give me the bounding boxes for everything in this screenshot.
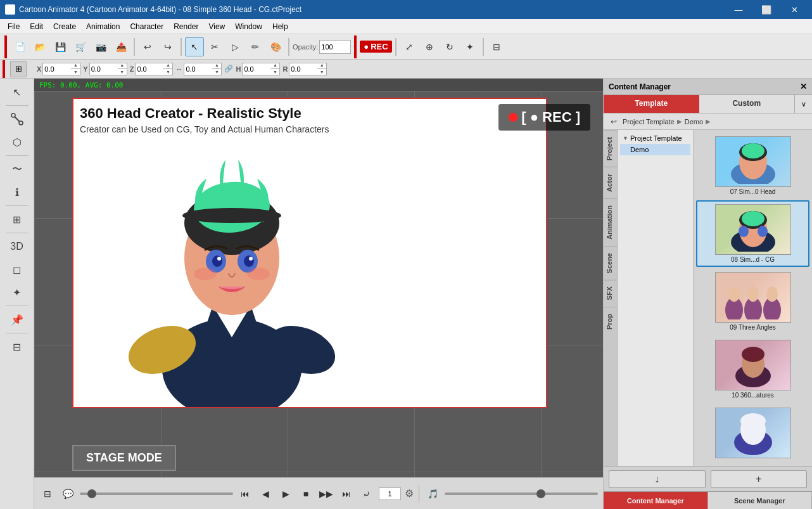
z-increment[interactable]: ▲ — [163, 62, 172, 69]
canvas-viewport[interactable]: 360 Head Creator - Realistic Style Creat… — [34, 91, 603, 477]
audio-icon[interactable]: 🎵 — [424, 486, 441, 502]
tab-custom[interactable]: Custom — [699, 95, 795, 113]
camera-button[interactable]: 📷 — [91, 37, 110, 56]
menu-window[interactable]: Window — [230, 21, 267, 32]
export-button[interactable]: 🛒 — [71, 37, 90, 56]
sidebar-pin-tool[interactable]: 📌 — [6, 309, 29, 330]
sidebar-3d-tool[interactable]: 3D — [6, 236, 29, 257]
undo-button[interactable]: ↩ — [138, 37, 157, 56]
timeline-gear-icon[interactable]: ⚙ — [405, 487, 414, 499]
stop-button[interactable]: ■ — [298, 486, 314, 502]
y-input[interactable] — [90, 65, 118, 73]
sidebar-deform-tool[interactable]: ✦ — [6, 281, 29, 303]
sidebar-grid-tool[interactable]: ⊞ — [6, 209, 29, 230]
sidebar-filter-tool[interactable]: ⊟ — [6, 336, 29, 358]
play-to-end-button[interactable]: ⏭ — [338, 486, 355, 502]
breadcrumb-root[interactable]: Project Template — [623, 118, 675, 126]
vtab-project[interactable]: Project — [604, 130, 617, 167]
add-button[interactable]: + — [711, 470, 808, 488]
transform-button[interactable]: ⊕ — [420, 37, 439, 56]
loop-button[interactable]: ⤾ — [358, 486, 375, 502]
play-button[interactable]: ▶ — [277, 486, 294, 502]
redo-button[interactable]: ↪ — [158, 37, 177, 56]
x-decrement[interactable]: ▼ — [71, 69, 80, 75]
pen-button[interactable]: ✏ — [246, 37, 265, 56]
sidebar-select-tool[interactable]: ↖ — [6, 81, 29, 103]
sidebar-info-tool[interactable]: ℹ — [6, 181, 29, 203]
timeline-settings-icon[interactable]: ⊟ — [39, 486, 56, 502]
w-decrement[interactable]: ▼ — [212, 69, 221, 75]
z-decrement[interactable]: ▼ — [163, 69, 172, 75]
menu-create[interactable]: Create — [48, 21, 81, 32]
h-input[interactable] — [243, 65, 270, 73]
panel-collapse-button[interactable]: ∨ — [794, 95, 812, 113]
grid-toggle-button[interactable]: ⊞ — [10, 61, 27, 77]
thumbnail-item-3[interactable]: 09 Three Angles — [696, 268, 809, 335]
menu-help[interactable]: Help — [267, 21, 293, 32]
vtab-scene[interactable]: Scene — [604, 246, 617, 280]
menu-view[interactable]: View — [203, 21, 230, 32]
tab-content-manager[interactable]: Content Manager — [604, 492, 708, 509]
open-button[interactable]: 📂 — [30, 37, 49, 56]
menu-render[interactable]: Render — [168, 21, 203, 32]
maximize-button[interactable]: ⬜ — [754, 3, 779, 16]
rec-button[interactable]: ● REC — [360, 41, 391, 53]
sidebar-motion-tool[interactable]: 〜 — [6, 158, 29, 180]
play-to-start-button[interactable]: ⏮ — [237, 486, 253, 502]
tree-item-demo[interactable]: Demo — [620, 144, 690, 155]
thumbnail-item-1[interactable]: 07 Sim...0 Head — [696, 132, 809, 199]
tab-scene-manager[interactable]: Scene Manager — [708, 492, 813, 509]
export2-button[interactable]: 📤 — [111, 37, 130, 56]
r-input[interactable] — [289, 65, 317, 73]
x-increment[interactable]: ▲ — [71, 62, 80, 69]
next-frame-button[interactable]: ▶▶ — [318, 486, 334, 502]
vtab-sfx[interactable]: SFX — [604, 280, 617, 306]
sidebar-shape-tool[interactable]: ◻ — [6, 259, 29, 280]
z-input[interactable] — [136, 65, 163, 73]
timeline-slider[interactable] — [80, 493, 233, 495]
new-button[interactable]: 📄 — [10, 37, 29, 56]
opacity-input[interactable] — [319, 40, 351, 54]
close-button[interactable]: ✕ — [782, 3, 807, 16]
motion-button[interactable]: ▷ — [225, 37, 244, 56]
sidebar-mesh-tool[interactable]: ⬡ — [6, 131, 29, 153]
select-button[interactable]: ↖ — [185, 37, 204, 56]
h-decrement[interactable]: ▼ — [270, 69, 279, 75]
tree-item-root[interactable]: ▼ Project Template — [620, 132, 690, 144]
sidebar-bone-tool[interactable] — [6, 108, 29, 130]
save-button[interactable]: 💾 — [51, 37, 70, 56]
r-increment[interactable]: ▲ — [317, 62, 326, 69]
volume-slider[interactable] — [445, 493, 598, 495]
move-button[interactable]: ⤢ — [400, 37, 419, 56]
tab-template[interactable]: Template — [604, 95, 699, 113]
thumbnail-item-5[interactable] — [696, 404, 809, 463]
frame-input[interactable] — [379, 487, 401, 500]
w-increment[interactable]: ▲ — [212, 62, 221, 69]
thumbnail-item-4[interactable]: 10 360...atures — [696, 336, 809, 403]
timeline-button[interactable]: ⊟ — [487, 37, 506, 56]
bone-button[interactable]: ✦ — [460, 37, 479, 56]
h-increment[interactable]: ▲ — [270, 62, 279, 69]
breadcrumb-child[interactable]: Demo — [685, 118, 703, 126]
menu-edit[interactable]: Edit — [25, 21, 48, 32]
menu-animation[interactable]: Animation — [81, 21, 125, 32]
y-decrement[interactable]: ▼ — [118, 69, 127, 75]
menu-file[interactable]: File — [3, 21, 25, 32]
timeline-handle[interactable] — [87, 489, 96, 498]
vtab-prop[interactable]: Prop — [604, 307, 617, 336]
paint-button[interactable]: 🎨 — [266, 37, 285, 56]
x-input[interactable] — [43, 65, 71, 73]
stage-mode-button[interactable]: STAGE MODE — [72, 445, 176, 471]
panel-close-icon[interactable]: ✕ — [800, 82, 807, 91]
menu-character[interactable]: Character — [125, 21, 168, 32]
prev-frame-button[interactable]: ◀ — [257, 486, 274, 502]
breadcrumb-back-button[interactable]: ↩ — [607, 115, 620, 128]
minimize-button[interactable]: — — [726, 3, 751, 16]
vtab-animation[interactable]: Animation — [604, 198, 617, 246]
timeline-chat-icon[interactable]: 💬 — [60, 486, 76, 502]
download-button[interactable]: ↓ — [609, 470, 706, 488]
volume-handle[interactable] — [536, 489, 545, 498]
r-decrement[interactable]: ▼ — [317, 69, 326, 75]
rotate-button[interactable]: ↻ — [440, 37, 459, 56]
thumbnail-item-2[interactable]: 08 Sim...d - CG — [696, 200, 809, 267]
